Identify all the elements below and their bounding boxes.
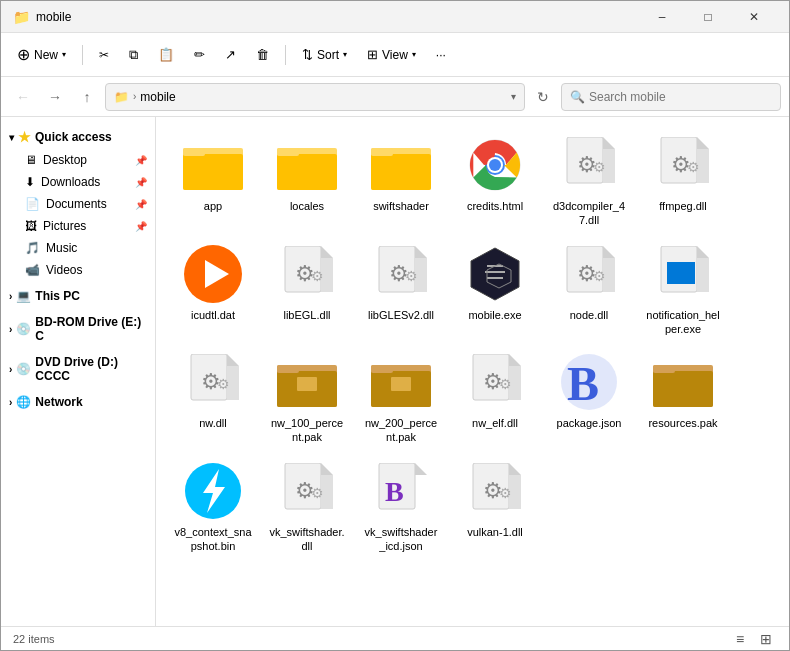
minimize-button[interactable]: – [639, 1, 685, 33]
file-item-nw_200_percent_pak[interactable]: nw_200_percent.pak [356, 346, 446, 451]
paste-button[interactable]: 📋 [150, 39, 182, 71]
svg-rect-57 [297, 377, 317, 391]
svg-text:⚙: ⚙ [499, 376, 512, 392]
svg-rect-61 [391, 377, 411, 391]
file-label: credits.html [467, 199, 523, 213]
close-button[interactable]: ✕ [731, 1, 777, 33]
sidebar-item-music[interactable]: 🎵 Music [1, 237, 155, 259]
file-icon: ⚙ ⚙ [463, 352, 527, 412]
search-bar[interactable]: 🔍 [561, 83, 781, 111]
chevron-down-icon-view: ▾ [412, 50, 416, 59]
pictures-icon: 🖼 [25, 219, 37, 233]
sidebar-item-downloads[interactable]: ⬇ Downloads 📌 [1, 171, 155, 193]
sidebar-item-videos[interactable]: 📹 Videos [1, 259, 155, 281]
delete-button[interactable]: 🗑 [248, 39, 277, 71]
new-label: New [34, 48, 58, 62]
plus-icon: ⊕ [17, 45, 30, 64]
file-icon: B [369, 461, 433, 521]
file-label: node.dll [570, 308, 609, 322]
file-item-v8_context_snapshot_bin[interactable]: v8_context_snapshot.bin [168, 455, 258, 560]
quick-access-header[interactable]: ▾ ★ Quick access [1, 125, 155, 149]
back-button[interactable]: ← [9, 83, 37, 111]
svg-rect-71 [653, 365, 675, 373]
new-button[interactable]: ⊕ New ▾ [9, 39, 74, 71]
view-button[interactable]: ⊞ View ▾ [359, 39, 424, 71]
copy-button[interactable]: ⧉ [121, 39, 146, 71]
file-item-swiftshader[interactable]: swiftshader [356, 129, 446, 234]
file-item-vk_swiftshader_icd_json[interactable]: B vk_swiftshader_icd.json [356, 455, 446, 560]
view-label: View [382, 48, 408, 62]
sort-button[interactable]: ⇅ Sort ▾ [294, 39, 355, 71]
sidebar-item-desktop[interactable]: 🖥 Desktop 📌 [1, 149, 155, 171]
more-label: ··· [436, 48, 446, 62]
file-item-nw_dll[interactable]: ⚙ ⚙ nw.dll [168, 346, 258, 451]
address-dropdown-icon[interactable]: ▾ [511, 91, 516, 102]
file-label: package.json [557, 416, 622, 430]
file-item-nw_elf_dll[interactable]: ⚙ ⚙ nw_elf.dll [450, 346, 540, 451]
file-item-resources_pak[interactable]: resources.pak [638, 346, 728, 451]
file-icon [181, 461, 245, 521]
file-item-nw_100_percent_pak[interactable]: nw_100_percent.pak [262, 346, 352, 451]
statusbar: 22 items ≡ ⊞ [1, 626, 789, 650]
rename-button[interactable]: ✏ [186, 39, 213, 71]
file-item-notification_helper_exe[interactable]: notification_helper.exe [638, 238, 728, 343]
file-item-app[interactable]: app [168, 129, 258, 234]
window: 📁 mobile – □ ✕ ⊕ New ▾ ✂ ⧉ 📋 ✏ ↗ 🗑 ⇅ Sor… [0, 0, 790, 651]
file-item-credits_html[interactable]: credits.html [450, 129, 540, 234]
share-button[interactable]: ↗ [217, 39, 244, 71]
file-item-vk_swiftshader_dll[interactable]: ⚙ ⚙ vk_swiftshader.dll [262, 455, 352, 560]
list-view-button[interactable]: ≡ [729, 628, 751, 650]
star-icon: ★ [18, 129, 31, 145]
address-bar[interactable]: 📁 › mobile ▾ [105, 83, 525, 111]
file-item-locales[interactable]: locales [262, 129, 352, 234]
file-label: vk_swiftshader_icd.json [362, 525, 440, 554]
search-input[interactable] [589, 90, 772, 104]
svg-rect-48 [667, 262, 695, 284]
refresh-button[interactable]: ↻ [529, 83, 557, 111]
file-icon: ⚙ ⚙ [557, 135, 621, 195]
cut-button[interactable]: ✂ [91, 39, 117, 71]
file-item-vulkan_1_dll[interactable]: ⚙ ⚙ vulkan-1.dll [450, 455, 540, 560]
expand-icon-pc: › [9, 291, 12, 302]
file-item-ffmpeg_dll[interactable]: ⚙ ⚙ ffmpeg.dll [638, 129, 728, 234]
file-item-mobile_exe[interactable]: mobile.exe [450, 238, 540, 343]
grid-view-button[interactable]: ⊞ [755, 628, 777, 650]
maximize-button[interactable]: □ [685, 1, 731, 33]
window-controls: – □ ✕ [639, 1, 777, 33]
svg-marker-80 [415, 463, 427, 475]
network-icon: 🌐 [16, 395, 31, 409]
file-label: libGLESv2.dll [368, 308, 434, 322]
svg-text:⚙: ⚙ [311, 485, 324, 501]
sidebar-music-label: Music [46, 241, 77, 255]
this-pc-section: › 💻 This PC [1, 285, 155, 307]
bdrom-header[interactable]: › 💿 BD-ROM Drive (E:) C [1, 311, 155, 347]
dvd-header[interactable]: › 💿 DVD Drive (D:) CCCC [1, 351, 155, 387]
this-pc-header[interactable]: › 💻 This PC [1, 285, 155, 307]
file-icon [181, 135, 245, 195]
svg-marker-26 [321, 246, 333, 258]
svg-marker-31 [415, 246, 427, 258]
sidebar-item-documents[interactable]: 📄 Documents 📌 [1, 193, 155, 215]
svg-marker-19 [697, 137, 709, 149]
paste-icon: 📋 [158, 47, 174, 62]
file-label: nw_100_percent.pak [268, 416, 346, 445]
more-button[interactable]: ··· [428, 39, 454, 71]
svg-rect-7 [371, 154, 431, 190]
file-item-icudtl_dat[interactable]: icudtl.dat [168, 238, 258, 343]
file-icon [463, 244, 527, 304]
search-icon: 🔍 [570, 90, 585, 104]
cut-icon: ✂ [99, 48, 109, 62]
file-item-d3dcompiler_47_dll[interactable]: ⚙ ⚙ d3dcompiler_47.dll [544, 129, 634, 234]
sidebar-item-pictures[interactable]: 🖼 Pictures 📌 [1, 215, 155, 237]
file-item-package_json[interactable]: B package.json [544, 346, 634, 451]
svg-marker-63 [509, 354, 521, 366]
svg-marker-14 [603, 137, 615, 149]
network-header[interactable]: › 🌐 Network [1, 391, 155, 413]
file-item-libEGL_dll[interactable]: ⚙ ⚙ libEGL.dll [262, 238, 352, 343]
sidebar-documents-label: Documents [46, 197, 107, 211]
file-item-libGLESv2_dll[interactable]: ⚙ ⚙ libGLESv2.dll [356, 238, 446, 343]
file-item-node_dll[interactable]: ⚙ ⚙ node.dll [544, 238, 634, 343]
file-label: v8_context_snapshot.bin [174, 525, 252, 554]
forward-button[interactable]: → [41, 83, 69, 111]
up-button[interactable]: ↑ [73, 83, 101, 111]
